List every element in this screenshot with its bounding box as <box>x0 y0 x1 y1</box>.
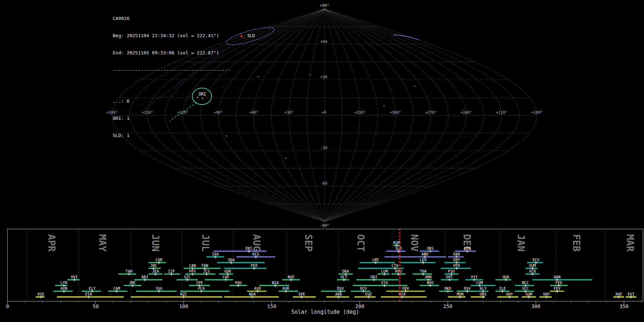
longitude-label: +210° <box>496 110 507 114</box>
shower-label-NZC: NZC <box>180 292 187 296</box>
shower-label-XUM: XUM <box>529 263 536 268</box>
longitude-label: +270° <box>425 110 436 114</box>
x-tick-label: 300 <box>531 303 540 309</box>
shower-label-SDA: SDA <box>228 258 235 262</box>
x-tick-label: 0 <box>6 303 9 309</box>
shower-label-ILE: ILE <box>499 286 506 291</box>
shower-label-NDA: NDA <box>249 292 256 296</box>
shower-label-ECV: ECV <box>532 258 540 262</box>
separator-line: ----------------------------------------… <box>113 67 230 73</box>
shower-label-COM: COM <box>476 280 483 285</box>
shower-label-FEV: FEV <box>553 286 561 291</box>
shower-label-ARI: ARI <box>142 275 148 279</box>
shower-label-AND: AND <box>421 252 428 256</box>
month-label-JAN: JAN <box>516 234 527 252</box>
month-label-JUL: JUL <box>200 234 211 252</box>
shower-label-PAU: PAU <box>235 280 241 285</box>
shower-label-XHE: XHE <box>615 292 622 296</box>
shower-label-ALY: ALY <box>480 286 487 291</box>
month-label-NOV: NOV <box>409 234 420 252</box>
shower-label-CTA: CTA <box>392 263 399 268</box>
month-label-MAY: MAY <box>97 234 108 252</box>
grid-meridian <box>272 9 325 221</box>
longitude-label: +240° <box>460 110 472 114</box>
shower-label-FAN: FAN <box>201 263 208 268</box>
shower-label-SPE: SPE <box>298 292 305 296</box>
x-axis-title: Solar longitude (deg) <box>291 309 359 315</box>
shower-label-AAN: AAN <box>553 275 560 279</box>
shower-label-DSV: DSV <box>464 286 471 291</box>
shower-label-XYI: XYI <box>471 275 478 279</box>
shower-label-LEO: LEO <box>420 258 426 262</box>
month-label-MAR: MAR <box>625 234 636 252</box>
shower-label-ERI: ERI <box>245 246 252 250</box>
meteor-counts: ...: 6 ORI: 1 SLD: 1 <box>113 87 230 150</box>
shower-label-IIP: IIP <box>168 269 175 273</box>
shower-label-SCC: SCC <box>522 286 529 291</box>
shower-label-OCT: OCT <box>341 275 348 279</box>
shower-label-MON: MON <box>457 292 464 296</box>
shower-label-LYR: LYR <box>60 280 68 285</box>
shower-label-PPS: PPS <box>189 269 196 273</box>
shower-label-JMC: JMC <box>129 280 136 285</box>
longitude-label: +180° <box>531 110 543 114</box>
shower-label-ARD: ARD <box>335 292 342 296</box>
shower-label-DRA: DRA <box>342 269 350 273</box>
shower-label-HYD: HYD <box>453 263 460 268</box>
shower-label-QUA: QUA <box>503 275 510 279</box>
meteor-dot-SLD <box>243 37 244 38</box>
x-tick-label: 100 <box>179 303 188 309</box>
shower-label-CAN: CAN <box>189 263 196 268</box>
shower-label-LMI: LMI <box>372 258 379 262</box>
radiant-label-SLD: SLD <box>247 33 255 38</box>
shower-label-OHY: OHY <box>543 292 550 296</box>
shower-label-TAH: TAH <box>126 269 132 273</box>
shower-label-EVI: EVI <box>628 292 634 296</box>
longitude-label: +30° <box>284 110 293 114</box>
end-time-line: End: 20251105 09:33:08 (sol = 222.87°) <box>113 50 230 56</box>
shower-label-AUD: AUD <box>254 286 261 291</box>
sld-drift-arc <box>394 35 419 40</box>
shower-label-DPC: DPC <box>446 275 453 279</box>
shower-label-PSU: PSU <box>448 269 455 273</box>
north-pole-label: +90° <box>320 3 330 8</box>
shower-label-AHY: AHY <box>506 292 513 296</box>
shower-label-RPU: RPU <box>395 269 402 273</box>
shower-label-OCU: OCU <box>360 286 367 291</box>
shower-label-PCA: PCA <box>198 286 205 291</box>
shower-label-CAP: CAP <box>223 275 229 279</box>
grid-meridian <box>254 9 325 221</box>
shower-label-OER: OER <box>402 286 409 291</box>
shower-label-KSE: KSE <box>38 292 44 296</box>
month-label-FEB: FEB <box>571 234 582 252</box>
shower-label-THA: THA <box>420 269 427 273</box>
shower-label-URS: URS <box>480 292 487 296</box>
x-tick-label: 250 <box>443 303 452 309</box>
longitude-label: +60° <box>249 110 258 114</box>
shower-label-NTA: NTA <box>399 292 406 296</box>
shower-label-FED: FED <box>555 280 562 285</box>
latitude-label: -60 <box>321 181 327 185</box>
shower-label-PER: PER <box>251 263 258 268</box>
shower-label-ORI: ORI <box>370 275 377 279</box>
sporadic-count: ...: 6 <box>113 98 230 104</box>
x-tick-label: 350 <box>619 303 628 309</box>
shower-label-IXA: IXA <box>212 252 219 256</box>
shower-label-NUE: NUE <box>288 275 294 279</box>
sky-and-activity-plot: +90°-90°+60+30+0-30-60+180°+150°+120°+90… <box>0 0 644 322</box>
shower-label-OBS: OBS <box>427 246 434 250</box>
shower-label-DAD: DAD <box>453 252 460 256</box>
shower-label-EHY: EHY <box>453 258 460 262</box>
latitude-label: +30 <box>321 75 327 79</box>
month-label-JUN: JUN <box>150 234 161 252</box>
ori-count: ORI: 1 <box>113 116 230 121</box>
shower-label-NIA: NIA <box>272 280 279 285</box>
shower-label-GEM: GEM <box>464 246 470 250</box>
shower-label-CAM: CAM <box>113 286 120 291</box>
longitude-label: +330° <box>354 110 366 114</box>
shower-label-STA: STA <box>381 280 388 285</box>
shower-label-SZC: SZC <box>184 275 191 279</box>
activity-timeline-chart: APRMAYJUNJULAUGSEPOCTNOVDECJANFEBMARKUME… <box>6 229 643 309</box>
shower-label-NCC: NCC <box>522 280 529 285</box>
shower-label-GUM: GUM <box>526 292 532 296</box>
